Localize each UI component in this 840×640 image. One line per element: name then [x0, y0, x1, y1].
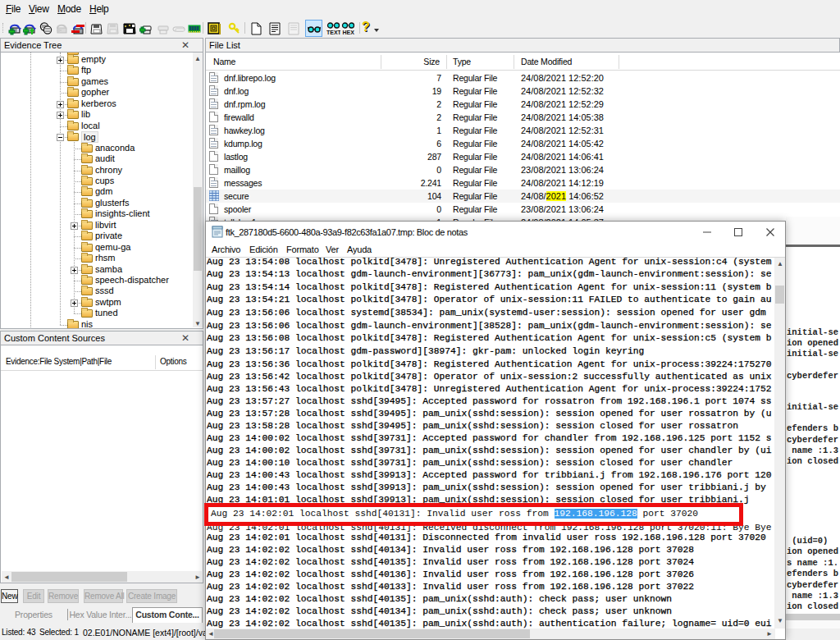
svg-text:TEXT: TEXT — [326, 30, 340, 35]
svg-text:HEX: HEX — [343, 30, 355, 35]
